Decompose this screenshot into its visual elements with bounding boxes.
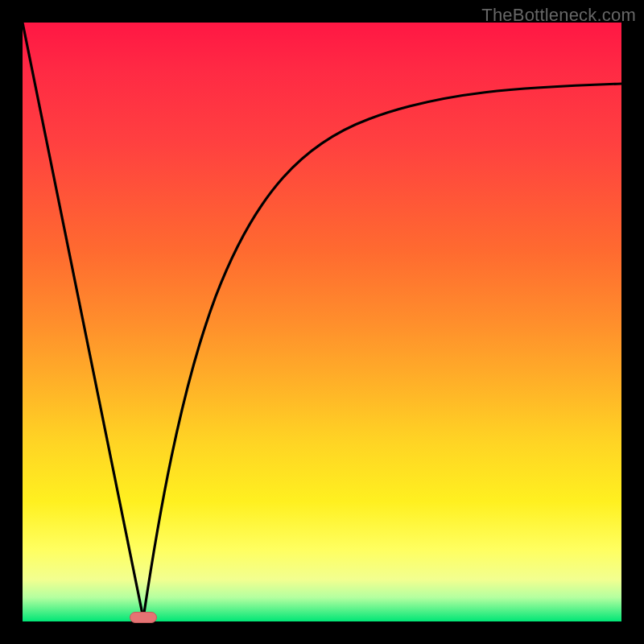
- left-descending-line: [23, 23, 143, 618]
- watermark-text: TheBottleneck.com: [481, 5, 636, 26]
- minimum-marker: [130, 612, 157, 623]
- chart-canvas: TheBottleneck.com: [0, 0, 644, 644]
- curve-layer: [23, 23, 621, 621]
- plot-area: [23, 23, 621, 621]
- right-growth-curve: [143, 84, 621, 618]
